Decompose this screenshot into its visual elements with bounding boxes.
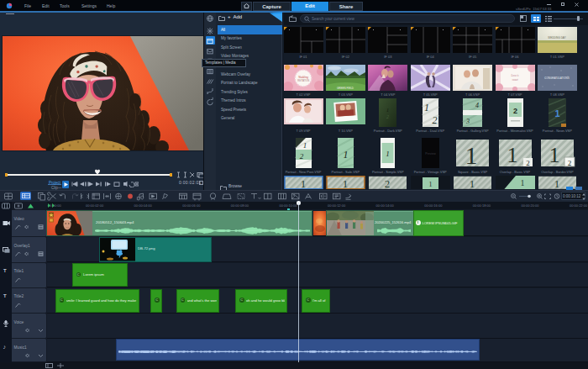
svg-text:2: 2 (385, 177, 391, 190)
svg-text:2: 2 (386, 114, 389, 119)
svg-text:sweet: sweet (512, 78, 517, 82)
svg-text:1: 1 (470, 177, 475, 190)
svg-text:3: 3 (465, 118, 470, 125)
svg-text:1: 1 (343, 149, 348, 161)
svg-text:4: 4 (475, 102, 479, 109)
svg-text:1: 1 (549, 143, 559, 167)
svg-text:1: 1 (554, 108, 559, 119)
svg-text:1: 1 (520, 178, 524, 187)
svg-text:2: 2 (526, 159, 530, 167)
svg-text:Wedding: Wedding (298, 76, 308, 79)
svg-text:WEDDING DAY: WEDDING DAY (548, 36, 565, 40)
svg-text:1: 1 (554, 177, 560, 190)
svg-text:2: 2 (299, 152, 303, 161)
svg-text:1: 1 (386, 150, 391, 158)
svg-text:1: 1 (386, 108, 389, 113)
svg-text:1: 1 (343, 177, 349, 190)
svg-text:Preview: Preview (425, 152, 436, 156)
svg-text:1: 1 (302, 141, 307, 150)
svg-text:Love is: Love is (510, 74, 519, 77)
svg-text:1: 1 (465, 141, 478, 168)
svg-text:1: 1 (424, 102, 429, 113)
svg-text:1: 1 (300, 177, 306, 190)
svg-text:INVITATION: INVITATION (297, 79, 308, 82)
svg-text:CONGRATULATIONS: CONGRATULATIONS (544, 76, 570, 80)
svg-text:1: 1 (507, 143, 517, 167)
svg-text:2: 2 (512, 107, 517, 115)
svg-text:2: 2 (568, 159, 572, 167)
svg-text:GREEN FIELD: GREEN FIELD (337, 87, 354, 90)
svg-text:2: 2 (432, 114, 437, 126)
svg-text:1: 1 (428, 180, 433, 188)
